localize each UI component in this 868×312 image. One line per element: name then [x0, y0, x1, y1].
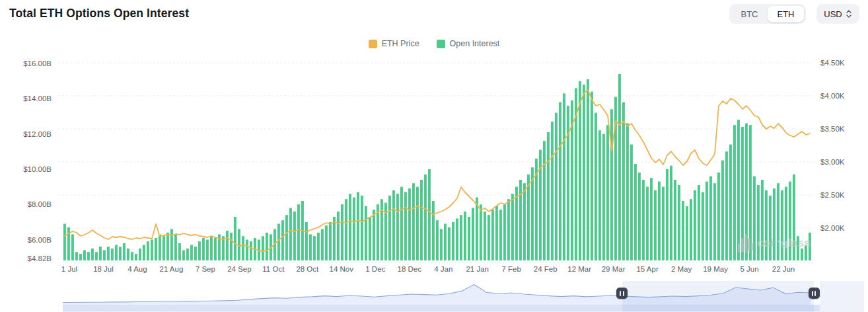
axis-tick-label: $2.00K — [820, 223, 867, 233]
eth-options-open-interest-page: Total ETH Options Open Interest BTC ETH … — [0, 0, 868, 312]
axis-tick-label: $6.00B — [0, 235, 52, 245]
axis-tick-label: $4.50K — [820, 58, 867, 67]
range-navigator[interactable] — [0, 278, 868, 312]
navigator-handle-left[interactable] — [616, 288, 628, 299]
axis-tick-label: $2.50K — [820, 190, 867, 200]
axis-tick-label: $4.00K — [820, 91, 867, 100]
axis-tick-label: $8.00B — [0, 200, 52, 209]
axis-tick-label: $4.82B — [0, 254, 52, 263]
x-axis-label: 22 Jun — [762, 265, 805, 273]
navigator-handle-right[interactable] — [809, 288, 820, 299]
navigator-future-region — [820, 281, 864, 312]
axis-tick-label: $16.00B — [0, 59, 52, 68]
axis-tick-label: $3.00K — [820, 157, 867, 167]
navigator-selection — [622, 281, 814, 312]
axis-tick-label: $12.00B — [0, 130, 52, 139]
main-chart[interactable] — [0, 0, 868, 278]
axis-tick-label: $10.00B — [0, 165, 52, 174]
axis-tick-label: $14.00B — [0, 94, 52, 103]
axis-tick-label: $3.50K — [820, 124, 867, 134]
open-interest-bars — [63, 74, 811, 260]
